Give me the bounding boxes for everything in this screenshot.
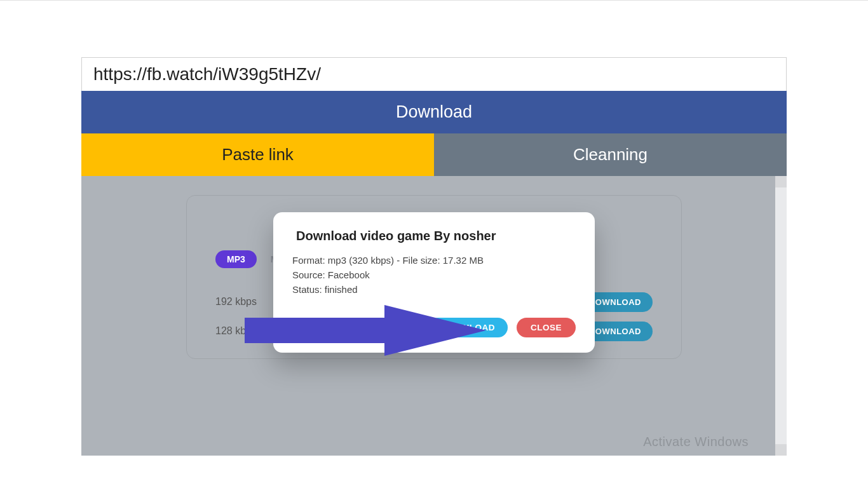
tab-paste-link[interactable]: Paste link [81,133,434,176]
scrollbar-down-icon[interactable] [775,444,787,456]
modal-download-button[interactable]: DOWNLOAD [428,318,508,337]
modal-status-line: Status: finished [292,284,576,295]
modal-format-line: Format: mp3 (320 kbps) - File size: 17.3… [292,255,576,266]
scrollbar-track[interactable] [775,176,787,456]
format-tab-mp3[interactable]: MP3 [215,250,257,268]
modal-title: Download video game By nosher [296,229,576,243]
download-button[interactable]: Download [81,91,787,133]
url-input[interactable]: https://fb.watch/iW39g5tHZv/ [81,57,787,91]
windows-watermark: Activate Windows [643,435,749,449]
page-top-divider [0,0,868,1]
scrollbar-up-icon[interactable] [775,176,787,187]
download-modal: Download video game By nosher Format: mp… [273,212,595,353]
modal-source-line: Source: Facebook [292,269,576,280]
modal-close-button[interactable]: CLOSE [517,318,576,337]
tab-cleanning[interactable]: Cleanning [434,133,787,176]
